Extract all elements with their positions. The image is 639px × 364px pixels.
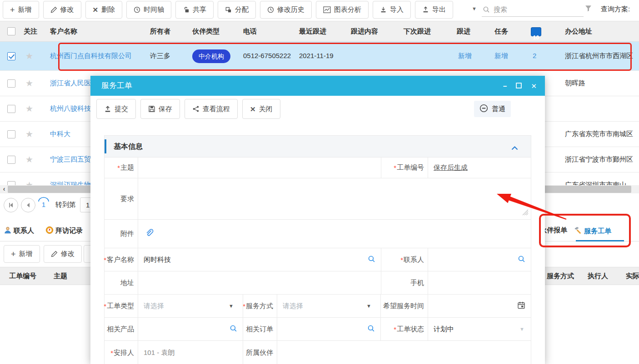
view-dropdown-caret[interactable]: ▼ — [472, 6, 477, 11]
row-checkbox[interactable] — [7, 130, 15, 138]
search-icon[interactable] — [368, 255, 375, 264]
tab-service-orders[interactable]: 服务工单 — [574, 226, 611, 236]
col-partner-type[interactable]: 伙伴类型 — [192, 21, 220, 41]
row-checkbox[interactable] — [7, 181, 15, 185]
service-method-select[interactable]: 请选择 ▼ — [277, 295, 381, 317]
row-checkbox[interactable] — [7, 52, 15, 60]
address-input[interactable] — [138, 271, 381, 294]
service-time-input[interactable] — [428, 295, 531, 317]
mobile-input[interactable] — [428, 271, 531, 294]
submit-button[interactable]: 提交 — [96, 99, 136, 119]
col-phone[interactable]: 电话 — [243, 21, 257, 41]
assign-button[interactable]: 分配 — [218, 1, 256, 19]
followup-add-link[interactable]: 新增 — [458, 52, 472, 60]
search-input[interactable] — [494, 3, 580, 15]
export-button[interactable]: 导出 — [415, 1, 453, 19]
search-icon[interactable] — [367, 325, 375, 334]
minimize-icon[interactable]: − — [503, 83, 507, 89]
new-button[interactable]: +新增 — [3, 1, 39, 19]
contact-input[interactable] — [428, 248, 531, 271]
import-button[interactable]: 导入 — [373, 1, 411, 19]
chevron-up-icon[interactable] — [511, 144, 518, 152]
col-order-no[interactable]: 工单编号 — [9, 267, 36, 285]
first-page-button[interactable] — [4, 198, 18, 212]
row-checkbox[interactable] — [7, 105, 15, 113]
close-icon[interactable]: ✕ — [531, 83, 537, 89]
subpanel-new-button[interactable]: +新增 — [4, 245, 40, 263]
search-icon[interactable] — [518, 255, 525, 264]
star-icon[interactable]: ★ — [25, 51, 33, 61]
view-flow-button[interactable]: 查看流程 — [185, 99, 238, 119]
dialog-titlebar[interactable]: 服务工单 − ✕ — [90, 76, 545, 96]
arranger-label: 安排人 — [105, 341, 138, 364]
star-icon[interactable]: ★ — [25, 129, 33, 139]
customer-link[interactable]: 深圳迈瑞生物 — [50, 181, 91, 185]
filter-funnel-icon[interactable] — [584, 5, 592, 14]
attachment-label: 附件 — [105, 220, 138, 248]
partner-input[interactable] — [277, 341, 531, 364]
tab-visit-records[interactable]: 拜访记录 — [45, 226, 83, 236]
col-content[interactable]: 跟进内容 — [351, 21, 378, 41]
current-page[interactable]: 1 — [40, 201, 47, 208]
edit-button[interactable]: 修改 — [43, 1, 81, 19]
customer-link[interactable]: 杭州八骏科技 — [50, 104, 91, 113]
col-service-method[interactable]: 服务方式 — [547, 267, 574, 285]
customer-link[interactable]: 浙江省人民医 — [50, 79, 91, 88]
customer-link[interactable]: 宁波三四五贸 — [50, 155, 91, 164]
subject-input[interactable] — [138, 157, 381, 178]
search-icon[interactable] — [230, 325, 237, 334]
star-icon[interactable]: ★ — [25, 180, 33, 185]
row-checkbox[interactable] — [7, 79, 15, 88]
scroll-left-arrow-icon[interactable]: ‹ — [1, 185, 7, 193]
prev-page-button[interactable] — [21, 198, 35, 212]
star-icon[interactable]: ★ — [25, 103, 33, 114]
order-type-select[interactable]: 请选择 ▼ — [138, 295, 243, 317]
row-checkbox[interactable] — [7, 156, 15, 164]
star-icon[interactable]: ★ — [25, 154, 33, 165]
paperclip-icon[interactable] — [145, 228, 154, 239]
timeline-button[interactable]: 时间轴 — [126, 1, 171, 19]
chart-analysis-button[interactable]: 图表分析 — [316, 1, 369, 19]
caret-down-icon: ▼ — [519, 326, 524, 332]
col-follow[interactable]: 关注 — [24, 21, 37, 41]
calendar-icon[interactable] — [517, 301, 525, 311]
table-row[interactable]: ★ 杭州西门点自科技有限公司 许三多 中介机构 0512-67505222 20… — [0, 42, 639, 71]
customer-link[interactable]: 杭州西门点自科技有限公司 — [50, 52, 132, 60]
task-add-link[interactable]: 新增 — [494, 52, 508, 60]
close-button[interactable]: ✕关闭 — [242, 99, 280, 119]
col-task[interactable]: 任务 — [494, 21, 508, 41]
delete-button[interactable]: ✕删除 — [85, 1, 123, 19]
requirement-textarea[interactable] — [138, 178, 531, 219]
col-customer[interactable]: 客户名称 — [50, 21, 77, 41]
related-product-input[interactable] — [138, 318, 243, 340]
subpanel-edit-button[interactable]: 修改 — [44, 245, 82, 263]
maximize-icon[interactable] — [516, 83, 522, 89]
tab-contacts[interactable]: 联系人 — [4, 226, 34, 236]
customer-link[interactable]: 中科大 — [50, 130, 70, 138]
col-executor[interactable]: 执行人 — [588, 267, 608, 285]
col-actual[interactable]: 实际 — [626, 267, 639, 285]
col-next[interactable]: 下次跟进 — [404, 21, 431, 41]
priority-selector[interactable]: 普通 — [474, 101, 511, 117]
arranger-input[interactable]: 101 - 袁朗 — [138, 341, 243, 364]
history-button[interactable]: 修改历史 — [260, 1, 312, 19]
col-followup[interactable]: 跟进 — [457, 21, 470, 41]
customer-input[interactable]: 闲时科技 — [138, 248, 381, 271]
partner-type-badge: 中介机构 — [192, 49, 230, 63]
select-all-checkbox[interactable] — [7, 27, 15, 35]
order-status-select[interactable]: 计划中 ▼ — [428, 318, 531, 340]
section-accent-bar — [105, 139, 106, 153]
col-recent[interactable]: 最近跟进 — [299, 21, 326, 41]
resize-grip[interactable] — [522, 209, 529, 217]
count-cell[interactable]: 2 — [533, 52, 536, 59]
share-button[interactable]: 共享 — [175, 1, 214, 19]
col-subject[interactable]: 主题 — [54, 267, 67, 285]
upload-icon — [104, 105, 111, 113]
star-icon[interactable]: ★ — [25, 78, 33, 89]
owner-cell: 许三多 — [150, 52, 170, 60]
col-owner[interactable]: 所有者 — [150, 21, 170, 41]
save-button[interactable]: 保存 — [140, 99, 180, 119]
related-order-input[interactable] — [277, 318, 381, 340]
col-address[interactable]: 办公地址 — [565, 21, 592, 41]
export-icon — [422, 6, 429, 13]
